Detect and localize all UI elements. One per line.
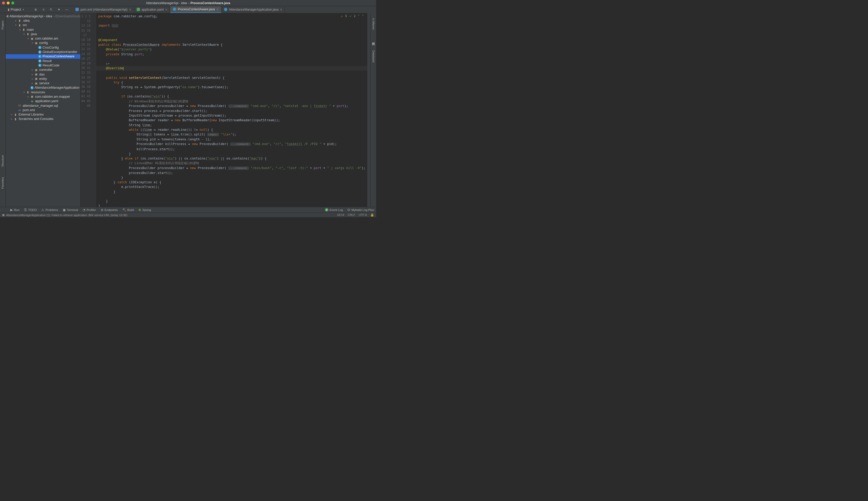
expand-icon[interactable]: ≡ — [41, 8, 45, 12]
tree-node[interactable]: ▾▣config — [6, 41, 80, 45]
expand-arrow-icon[interactable]: ▾ — [19, 29, 22, 31]
folder-icon: ▮ — [18, 19, 22, 22]
editor-tab[interactable]: pom.xml (AttendanceManagerApi)× — [73, 6, 134, 13]
favorites-tool-tab[interactable]: Favorites — [1, 177, 4, 189]
expand-arrow-icon[interactable]: ▾ — [31, 42, 34, 44]
expand-arrow-icon[interactable]: ▾ — [23, 91, 26, 94]
project-tool-tab[interactable]: Project — [1, 21, 4, 30]
maximize-window-button[interactable] — [11, 2, 14, 4]
tree-label: External Libraries — [19, 113, 44, 116]
structure-tool-tab[interactable]: Structure — [1, 155, 4, 167]
tree-node[interactable]: ▾▮java — [6, 32, 80, 36]
build-tool-button[interactable]: 🔨Build — [122, 208, 134, 212]
tree-node[interactable]: ⛁attendance_manager.sql — [6, 104, 80, 108]
code-area[interactable]: package com.rabbiter.am.config; import .… — [96, 13, 367, 207]
editor-tab[interactable]: AttendanceManagerApplication.java× — [221, 6, 285, 13]
package-icon: ▣ — [34, 41, 38, 45]
cursor-position[interactable]: 18:14 — [337, 213, 344, 217]
expand-arrow-icon[interactable]: ▾ — [14, 24, 18, 26]
line-gutter[interactable]: 1 2 3 12 13 14 15 16 17 18 19 20 21 22 2… — [80, 13, 93, 207]
readonly-icon[interactable]: 🔓 — [371, 213, 374, 217]
tree-node[interactable]: ▸▣controller — [6, 68, 80, 72]
gutter-icons — [93, 13, 96, 207]
tree-node[interactable]: ▾▣com.rabbiter.am — [6, 36, 80, 41]
tree-node[interactable]: CResult — [6, 59, 80, 63]
tree-node[interactable]: CProcessContextAware — [6, 54, 80, 59]
expand-arrow-icon[interactable]: ▸ — [31, 73, 34, 76]
tree-node[interactable]: CGlobalExceptionHandler — [6, 50, 80, 54]
expand-arrow-icon[interactable]: ▸ — [10, 113, 13, 116]
terminal-tool-button[interactable]: ▣Terminal — [63, 208, 78, 212]
scrollbar[interactable] — [367, 13, 371, 207]
package-icon: ▣ — [34, 68, 38, 72]
run-tool-button[interactable]: ▶Run — [10, 208, 19, 212]
tree-node[interactable]: ▸▮External Libraries — [6, 113, 80, 117]
expand-arrow-icon[interactable]: ▸ — [31, 68, 34, 71]
tree-label: Scratches and Consoles — [19, 117, 54, 121]
minimize-window-button[interactable] — [7, 2, 10, 4]
line-separator[interactable]: CRLF — [348, 213, 355, 217]
tree-node[interactable]: CAttendanceManagerApplication — [6, 86, 80, 90]
folder-icon: ▮ — [7, 14, 9, 18]
tree-node[interactable]: ▸▣com.rabbiter.am.mapper — [6, 94, 80, 99]
inspection-widget[interactable]: ⚠5 ✔2 ˄ ˅ — [341, 14, 364, 19]
event-log-button[interactable]: 2Event Log — [325, 208, 343, 212]
todo-tool-button[interactable]: ☰TODO — [24, 208, 37, 212]
tree-node[interactable]: ▸▮.idea — [6, 18, 80, 23]
close-icon[interactable]: × — [165, 8, 167, 12]
expand-arrow-icon[interactable]: ▸ — [31, 77, 34, 80]
collapse-icon[interactable]: ⇱ — [49, 8, 53, 12]
tree-label: controller — [39, 68, 53, 72]
package-icon: ▣ — [34, 82, 38, 85]
endpoints-tool-button[interactable]: ⊛Endpoints — [101, 208, 118, 212]
warning-icon: ⚠ — [341, 14, 343, 19]
mybatis-log-button[interactable]: ⛁Mybatis Log Plus — [348, 208, 374, 212]
close-window-button[interactable] — [2, 2, 5, 4]
expand-arrow-icon[interactable]: ▸ — [31, 82, 34, 85]
expand-arrow-icon[interactable]: ▾ — [23, 33, 26, 35]
window-title: AttendanceManagerApi - idea – ProcessCon… — [146, 1, 230, 5]
problems-tool-button[interactable]: ⚠Problems — [41, 208, 58, 212]
tree-node[interactable]: ▾▮src — [6, 23, 80, 28]
tree-node[interactable]: ▾▮main — [6, 28, 80, 32]
tree-node[interactable]: CResultCode — [6, 63, 80, 67]
spring-tool-button[interactable]: ❀Spring — [139, 208, 151, 212]
tree-node[interactable]: CCrosConfig — [6, 45, 80, 50]
db-icon: ⛁ — [348, 208, 350, 212]
editor-tab[interactable]: ProcessContextAware.java× — [170, 6, 221, 13]
tab-label: AttendanceManagerApplication.java — [229, 8, 278, 11]
profiler-tool-button[interactable]: ◔Profiler — [83, 208, 96, 212]
tree-node[interactable]: ▸▮Scratches and Consoles — [6, 117, 80, 121]
settings-icon[interactable]: ✷ — [57, 8, 61, 12]
encoding[interactable]: UTF-8 — [359, 213, 367, 217]
locate-icon[interactable]: ⊕ — [34, 8, 38, 12]
gauge-icon: ◔ — [83, 208, 85, 212]
folder-icon: ▮ — [26, 90, 30, 94]
tree-node[interactable]: ▾▮resources — [6, 90, 80, 94]
expand-arrow-icon[interactable]: ▸ — [10, 118, 13, 120]
tree-node[interactable]: ▸▣service — [6, 81, 80, 85]
leaf-icon: ❀ — [139, 208, 141, 212]
chevron-up-icon[interactable]: ˄ — [358, 14, 360, 19]
expand-arrow-icon[interactable]: ▸ — [14, 19, 18, 22]
chevron-down-icon[interactable]: ˅ — [362, 14, 364, 19]
tree-node[interactable]: mpom.xml — [6, 108, 80, 112]
expand-arrow-icon[interactable]: ▸ — [27, 95, 30, 98]
tree-node[interactable]: ▾▮AttendanceManagerApi - idea~/Downloads… — [6, 14, 80, 18]
tree-label: .idea — [23, 19, 30, 22]
expand-arrow-icon[interactable]: ▾ — [27, 37, 30, 40]
package-icon: ▣ — [30, 37, 34, 40]
status-icon[interactable]: ▣ — [2, 213, 5, 217]
close-icon[interactable]: × — [217, 7, 219, 11]
tree-node[interactable]: ▸▣entity — [6, 76, 80, 81]
tree-node[interactable]: ◆application.yaml — [6, 99, 80, 104]
hide-icon[interactable]: — — [65, 8, 69, 12]
maven-tool-tab[interactable]: m Maven — [372, 18, 375, 30]
project-view-selector[interactable]: ▮ Project ▼ — [6, 7, 26, 12]
database-tool-tab[interactable]: Database — [372, 51, 375, 63]
close-icon[interactable]: × — [129, 8, 131, 12]
tree-node[interactable]: ▸▣dao — [6, 72, 80, 76]
editor-tab[interactable]: application.yaml× — [134, 6, 170, 13]
tree-label: src — [23, 23, 27, 27]
close-icon[interactable]: × — [280, 8, 282, 12]
